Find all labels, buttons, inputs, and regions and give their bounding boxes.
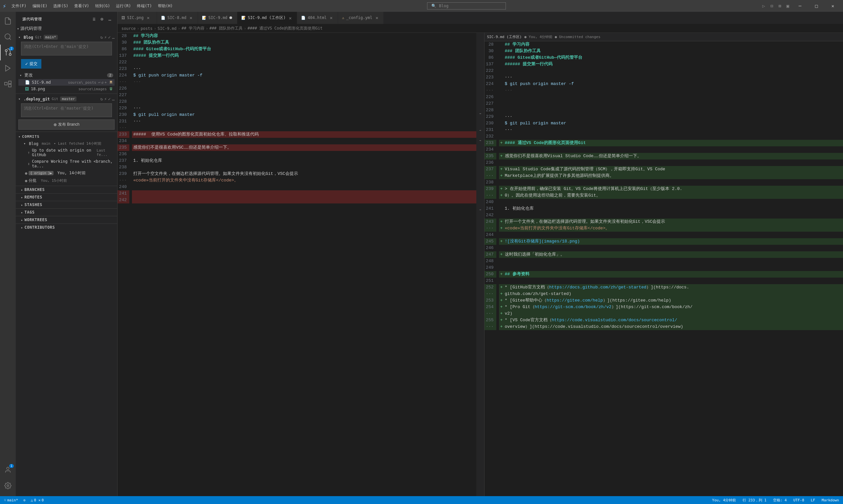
deploy-repo-header[interactable]: .deploy_git Git master ↻ ⚡ ✓ … (18, 96, 115, 102)
diff-meta: ● You, 4分钟前 ● Uncommitted changes (524, 34, 600, 39)
menu-terminal[interactable]: 终端(T) (134, 2, 155, 10)
status-right: You, 4分钟前 行 233，列 1 空格: 4 UTF-8 LF Markd… (711, 498, 840, 503)
breadcrumb-posts[interactable]: posts (141, 26, 153, 31)
sidebar-list-icon[interactable]: ≡ (91, 16, 98, 22)
status-spaces[interactable]: 空格: 4 (772, 498, 788, 503)
blog-commit-repo[interactable]: Blog main • Last fetched 14小时前 (16, 140, 117, 147)
run-btn[interactable]: ▷ (760, 2, 767, 10)
maximize-btn[interactable]: □ (809, 0, 824, 12)
menu-file[interactable]: 文件(F) (9, 2, 29, 10)
add-stage-icon[interactable]: + (104, 80, 107, 85)
run-debug-activity-icon[interactable] (0, 60, 16, 76)
file-name-sic9: SIC-9.md (32, 80, 66, 85)
split-btn[interactable]: ⊠ (776, 2, 783, 10)
file-item-sic9[interactable]: 📄 SIC-9.md source\_posts ↩ ↺ + M (18, 79, 115, 86)
layout-btn2[interactable]: ▣ (785, 2, 791, 10)
breadcrumb-h3[interactable]: ### 团队协作工具 (209, 25, 243, 31)
deploy-commit-message[interactable] (21, 103, 112, 117)
commit-group-1[interactable]: ● { origin }▶ You, 14小时前 (16, 169, 117, 177)
status-encoding[interactable]: UTF-8 (792, 498, 806, 502)
status-language[interactable]: Markdown (820, 498, 840, 502)
branch-icon: ⑂ (4, 498, 6, 502)
search-activity-icon[interactable] (0, 29, 16, 44)
breadcrumb-sic9[interactable]: SIC-9.md (158, 26, 177, 31)
deploy-refresh-icon[interactable]: ↻ (101, 96, 103, 102)
menu-goto[interactable]: 转到(G) (92, 2, 113, 10)
blog-commit-name: Blog (29, 141, 38, 146)
explorer-activity-icon[interactable] (0, 13, 16, 29)
tab-close-sic8[interactable]: ✕ (189, 15, 194, 20)
sidebar-more-icon[interactable]: … (107, 16, 113, 22)
breadcrumb-h4[interactable]: #### 通过VS Code的图形化页面使用Git (247, 25, 322, 31)
right-editor-content[interactable]: 28 30 86 137 222 223 224 ··· 226 227 228… (485, 41, 843, 496)
stashes-header[interactable]: STASHES (16, 201, 117, 209)
file-item-18png[interactable]: 🖼 18.png source\images U (18, 86, 115, 92)
tab-sic9-working[interactable]: 📝 SIC-9.md (工作区) ✕ (238, 12, 297, 24)
layout-btn[interactable]: ⊟ (769, 2, 775, 10)
menu-run[interactable]: 运行(R) (113, 2, 134, 10)
tab-close-404[interactable]: ✕ (329, 15, 334, 20)
status-eol[interactable]: LF (809, 498, 816, 502)
commits-header[interactable]: COMMITS (16, 133, 117, 140)
changes-count: 2 (107, 73, 113, 77)
source-control-activity-icon[interactable]: 2 (0, 44, 16, 60)
tab-close-config[interactable]: ✕ (374, 15, 380, 20)
more-icon[interactable]: … (112, 35, 115, 40)
discard-icon[interactable]: ↺ (102, 80, 104, 85)
remotes-header[interactable]: REMOTES (16, 194, 117, 201)
menu-help[interactable]: 帮助(H) (155, 2, 176, 10)
sidebar-add-icon[interactable]: ⊕ (99, 16, 105, 22)
settings-activity-icon[interactable] (0, 478, 16, 493)
breadcrumb-h2[interactable]: ## 学习内容 (181, 25, 205, 31)
refresh-icon[interactable]: ↻ (101, 35, 103, 40)
menu-select[interactable]: 选择(S) (51, 2, 71, 10)
changes-header[interactable]: 更改 2 (18, 71, 115, 79)
tab-close-sic9-working[interactable]: ✕ (287, 15, 293, 21)
account-activity-icon[interactable]: 1 (0, 462, 16, 478)
status-sync[interactable]: ⊙ (22, 498, 27, 502)
commit-up-to-date[interactable]: ↑ Up to date with origin on GitHub Last … (16, 147, 117, 158)
tab-sic8-md[interactable]: 📄 SIC-8.md ✕ (157, 12, 198, 24)
deploy-more-icon[interactable]: … (112, 96, 115, 102)
left-editor-content[interactable]: 28 30 86 137 222 223 224 ··· 226 227 228… (118, 33, 476, 496)
status-errors[interactable]: △ 0 ✕ 0 (30, 498, 45, 502)
commit-button[interactable]: ✓ 提交 (21, 59, 41, 69)
branch-name: main* (7, 498, 18, 502)
diff-title: SIC-9.md (工作区) (487, 34, 522, 39)
check-icon[interactable]: ✓ (108, 35, 111, 40)
status-author[interactable]: You, 4分钟前 (711, 498, 737, 503)
branches-header[interactable]: BRANCHES (16, 186, 117, 193)
publish-branch-button[interactable]: ⊕ 发布 Branch (18, 120, 115, 130)
worktrees-header[interactable]: WORKTREES (16, 216, 117, 223)
search-box[interactable]: 🔍 Blog (427, 2, 506, 10)
eol-text: LF (811, 498, 815, 502)
extensions-activity-icon[interactable] (0, 76, 16, 92)
publish-label: 发布 Branch (58, 122, 80, 127)
tab-close-sic-png[interactable]: ✕ (146, 15, 151, 20)
contributors-header[interactable]: CONTRIBUTORS (16, 224, 117, 231)
commit-message-input[interactable] (21, 42, 112, 55)
svg-rect-5 (5, 83, 7, 85)
minimize-btn[interactable]: ─ (792, 0, 808, 12)
tab-sic9-md[interactable]: 📝 SIC-9.md (198, 12, 238, 24)
tags-header[interactable]: TAGS (16, 209, 117, 216)
sync-icon[interactable]: ⚡ (104, 35, 107, 40)
commit-compare[interactable]: ↕ Compare Working Tree with <branch, ta.… (16, 158, 117, 169)
source-control-section[interactable]: 源代码管理 (16, 24, 117, 33)
tab-label-sic9: SIC-9.md (208, 15, 228, 20)
status-branch[interactable]: ⑂ main* (3, 498, 19, 502)
open-file-icon[interactable]: ↩ (98, 80, 101, 85)
breadcrumb-source[interactable]: source (121, 26, 136, 31)
menu-view[interactable]: 查看(V) (72, 2, 92, 10)
menu-edit[interactable]: 编辑(E) (30, 2, 50, 10)
close-btn[interactable]: ✕ (825, 0, 840, 12)
tab-sic-png[interactable]: 🖼 SIC.png ✕ (118, 12, 157, 24)
status-position[interactable]: 行 233，列 1 (741, 498, 768, 503)
tab-404[interactable]: 📄 404.html ✕ (297, 12, 338, 24)
commit-group-2[interactable]: ● 分批 You, 15小时前 (16, 177, 117, 184)
tab-config[interactable]: ⚠ _config.yml ✕ (338, 12, 384, 24)
deploy-sync-icon[interactable]: ⚡ (104, 96, 107, 102)
deploy-check-icon[interactable]: ✓ (108, 96, 111, 102)
svg-marker-4 (5, 65, 10, 71)
error-icon: ✕ (38, 498, 41, 502)
